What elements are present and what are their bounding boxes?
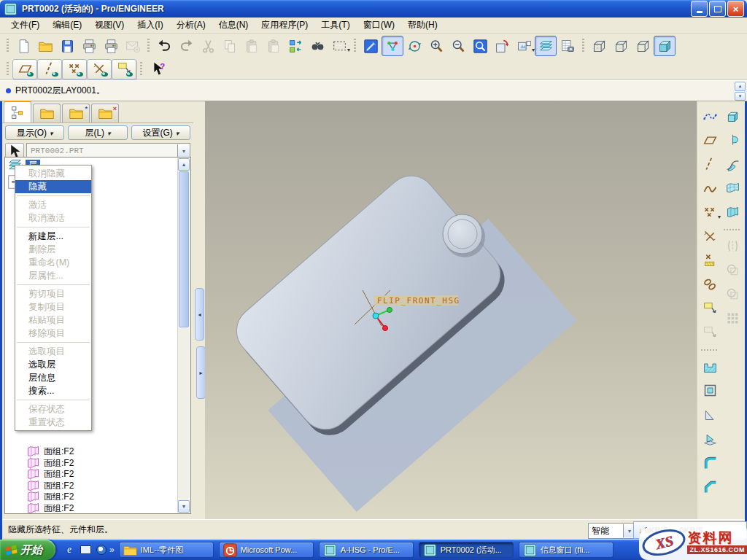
scroll-down-button[interactable] — [735, 92, 746, 101]
context-menu-item[interactable]: 删除层 — [15, 243, 91, 256]
tree-item[interactable]: 面组:F2 — [26, 491, 176, 503]
undo-button[interactable] — [153, 36, 175, 56]
scrollbar-thumb[interactable] — [179, 171, 189, 327]
style-button[interactable] — [721, 202, 743, 223]
collapse-left-button[interactable] — [195, 288, 204, 341]
menu-item[interactable]: 窗口(W) — [357, 18, 401, 33]
datum-planes-toggle[interactable] — [12, 59, 37, 79]
datum-points-toggle[interactable] — [62, 59, 87, 79]
datum-target-button[interactable] — [699, 250, 721, 271]
no-hidden-button[interactable] — [632, 36, 654, 56]
taskbar-task[interactable]: PRT0002 (活动... — [419, 542, 514, 558]
context-menu-item[interactable]: 移除项目 — [15, 327, 91, 340]
restore-button[interactable] — [709, 1, 726, 17]
context-menu-item[interactable]: 复制项目 — [15, 300, 91, 314]
context-menu-item[interactable]: 剪切项目 — [15, 287, 91, 300]
spin-center-button[interactable] — [382, 36, 403, 56]
csys-button[interactable] — [699, 226, 721, 247]
context-menu-item[interactable]: 粘贴项目 — [15, 314, 91, 327]
menu-item[interactable]: 插入(I) — [131, 18, 169, 33]
sweep-button[interactable] — [721, 154, 743, 175]
tab-connections[interactable]: × — [91, 104, 119, 122]
panel-splitter[interactable] — [193, 101, 205, 519]
round-button[interactable] — [699, 452, 721, 473]
paste-button[interactable] — [241, 36, 263, 56]
hole-button[interactable] — [699, 356, 721, 377]
refit-button[interactable] — [469, 36, 491, 56]
saved-views-button[interactable] — [513, 36, 535, 56]
reorient-button[interactable] — [491, 36, 513, 56]
cut-button[interactable] — [197, 36, 219, 56]
scroll-up-button[interactable] — [735, 82, 746, 91]
tree-scrollbar[interactable] — [177, 158, 190, 513]
shell-button[interactable] — [699, 380, 721, 401]
select-box-button[interactable] — [328, 36, 350, 56]
merge-chain-button[interactable] — [699, 274, 721, 295]
datum-axes-toggle[interactable] — [37, 59, 62, 79]
pattern-button[interactable] — [721, 308, 743, 329]
save-button[interactable] — [56, 36, 78, 56]
quick-launch-overflow-chevron[interactable]: » — [109, 545, 115, 555]
media-app-icon[interactable] — [95, 543, 108, 556]
menu-item[interactable]: 文件(F) — [4, 18, 46, 33]
menu-item[interactable]: 信息(N) — [212, 18, 255, 33]
internet-explorer-icon[interactable]: e — [63, 543, 76, 556]
zoom-out-button[interactable] — [447, 36, 469, 56]
close-button[interactable] — [727, 1, 744, 17]
context-menu-item[interactable]: 搜索... — [15, 384, 91, 397]
layer-menu-button[interactable]: 层(L) — [68, 125, 127, 140]
copy-geometry-button[interactable] — [721, 284, 743, 305]
tree-item[interactable]: 面组:F2 — [26, 469, 176, 481]
plot-status-button[interactable] — [100, 36, 122, 56]
repaint-button[interactable] — [360, 36, 382, 56]
combo-dropdown-button[interactable] — [177, 144, 190, 158]
context-menu-item[interactable]: 重命名(M) — [15, 256, 91, 269]
tab-favorites[interactable]: * — [62, 104, 90, 122]
extrude-button[interactable] — [721, 106, 743, 127]
tree-item[interactable]: 面组:F2 — [26, 458, 176, 470]
chamfer-button[interactable] — [699, 476, 721, 497]
menu-item[interactable]: 工具(T) — [314, 18, 356, 33]
taskbar-task[interactable]: A-HSG - Pro/E... — [319, 542, 414, 558]
paste-special-button[interactable] — [263, 36, 285, 56]
offset-button[interactable] — [721, 260, 743, 281]
graphics-viewport[interactable]: FLIP_FRONT_HSG — [205, 101, 697, 519]
context-menu-item[interactable]: 选取层 — [15, 358, 91, 371]
draft-button[interactable] — [699, 428, 721, 449]
shaded-button[interactable] — [654, 36, 676, 56]
tab-model-tree[interactable] — [4, 101, 31, 122]
tree-item[interactable]: 面组:F2 — [26, 446, 176, 458]
taskbar-task[interactable]: IML--零件图 — [119, 542, 214, 558]
tab-folder-browser[interactable] — [33, 104, 61, 122]
rib-button[interactable] — [699, 404, 721, 425]
datum-point-button[interactable] — [699, 202, 721, 223]
send-email-button[interactable] — [122, 36, 144, 56]
show-menu-button[interactable]: 显示(O) — [5, 125, 64, 140]
context-menu-item[interactable]: 保存状态 — [15, 402, 91, 416]
context-help-button[interactable] — [146, 59, 171, 79]
datum-csys-toggle[interactable] — [87, 59, 112, 79]
orient-mode-button[interactable] — [403, 36, 425, 56]
context-menu-item[interactable]: 选取项目 — [15, 345, 91, 358]
zoom-in-button[interactable] — [425, 36, 447, 56]
layers-button[interactable] — [535, 36, 557, 56]
tree-item[interactable]: 面组:F2 — [26, 481, 176, 492]
hinge-boss[interactable] — [443, 214, 482, 254]
revolve-button[interactable] — [721, 130, 743, 151]
menu-item[interactable]: 编辑(E) — [46, 18, 88, 33]
trim-button[interactable] — [721, 236, 743, 257]
redo-button[interactable] — [175, 36, 197, 56]
context-menu-item[interactable]: 隐藏 — [15, 180, 91, 193]
datum-axis-button[interactable] — [699, 154, 721, 175]
view-manager-button[interactable] — [557, 36, 578, 56]
scroll-up-button[interactable] — [178, 158, 190, 171]
taskbar-task[interactable]: Microsoft Pow... — [219, 542, 314, 558]
taskbar-task[interactable]: 信息窗口 (fli... — [519, 542, 614, 558]
menu-item[interactable]: 帮助(H) — [401, 18, 444, 33]
menu-item[interactable]: 视图(V) — [88, 18, 131, 33]
settings-menu-button[interactable]: 设置(G) — [131, 125, 190, 140]
context-menu-item[interactable]: 层属性... — [15, 269, 91, 282]
sketch-tool-button[interactable] — [699, 106, 721, 127]
open-button[interactable] — [34, 36, 56, 56]
context-menu-item[interactable]: 取消隐藏 — [15, 167, 91, 180]
